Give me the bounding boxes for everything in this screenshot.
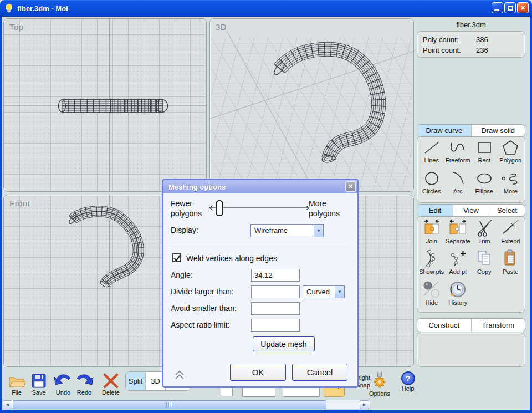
file-folder-icon [7,373,26,389]
poly-count-value: 386 [476,34,488,45]
minimize-icon [494,9,499,11]
divide-label: Divide larger than: [171,287,234,296]
angle-input[interactable] [251,269,300,282]
close-button[interactable]: × [517,2,529,13]
window-border-left [0,17,2,410]
scrollbar-thumb[interactable] [13,400,326,409]
tool-circles[interactable]: Circles [418,170,445,200]
tool-arc[interactable]: Arc [445,170,472,200]
viewport-3d[interactable]: 3D [209,18,414,192]
divide-unit-dropdown[interactable]: Curved ▼ [303,285,345,298]
display-label: Display: [171,226,198,234]
undo-arrow-icon [53,373,73,389]
cancel-button[interactable]: Cancel [292,364,347,381]
angle-label: Angle: [171,271,193,279]
tool-paste[interactable]: Paste [498,249,524,279]
slider-handle[interactable] [216,201,223,216]
draw-tabs: Draw curve Draw solid [417,124,525,137]
scroll-left-button[interactable]: ◀ [3,400,12,409]
display-dropdown-arrow-icon[interactable]: ▼ [314,225,323,237]
tool-show-pts[interactable]: Show pts [418,249,445,279]
save-button[interactable]: Save [28,373,50,396]
update-mesh-button[interactable]: Update mesh [253,336,315,351]
tool-separate[interactable]: Separate [445,218,472,249]
viewport-top-label: Top [9,22,24,32]
delete-x-icon [101,373,121,389]
tool-lines[interactable]: Lines [418,139,445,169]
history-clock-icon [448,280,468,299]
tool-ellipse[interactable]: Ellipse [471,170,498,200]
poly-count-label: Poly count: [423,34,476,45]
divide-unit-value: Curved [306,288,330,296]
redo-arrow-icon [74,373,94,389]
tab-draw-solid[interactable]: Draw solid [472,125,525,136]
help-question-icon: ? [401,371,415,385]
trim-scissors-icon [474,218,494,237]
tab-select[interactable]: Select [489,205,525,216]
collapse-chevron-icon[interactable] [174,370,185,380]
window-border-bottom [0,410,532,413]
window-titlebar[interactable]: fiber.3dm - MoI × [0,0,532,17]
weld-label: Weld vertices along edges [186,254,277,263]
ok-button[interactable]: OK [230,364,286,381]
options-button[interactable]: Options [364,370,396,397]
tool-extend[interactable]: Extend [498,218,524,249]
divide-dropdown-arrow-icon[interactable]: ▼ [335,286,344,298]
window-title: fiber.3dm - MoI [17,4,68,13]
tool-copy[interactable]: Copy [471,249,498,279]
viewport-3d-label: 3D [216,22,227,32]
maximize-button[interactable] [504,2,516,13]
point-count-label: Point count: [423,45,476,55]
undo-button[interactable]: Undo [52,373,74,396]
file-button[interactable]: File [6,373,28,396]
point-count-value: 236 [476,45,488,55]
viewport-top[interactable]: Top [3,18,207,192]
polygon-icon [500,139,520,156]
tool-join[interactable]: Join [418,218,445,249]
tool-trim[interactable]: Trim [471,218,498,249]
display-dropdown[interactable]: Wireframe ▼ [250,224,324,237]
dialog-titlebar[interactable]: Meshing options × [163,180,357,193]
tool-history[interactable]: History [445,280,472,310]
minimize-button[interactable] [492,2,503,13]
weld-checkbox[interactable] [172,253,181,262]
meshing-options-dialog: Meshing options × Fewer polygons More po… [162,179,359,388]
tool-add-pt[interactable]: Add pt [445,249,472,279]
dialog-close-button[interactable]: × [345,181,356,192]
aspect-input[interactable] [251,319,300,332]
help-button[interactable]: ? Help [397,371,419,392]
display-dropdown-value: Wireframe [254,226,288,234]
3d-wireframe-model [210,19,414,192]
separate-icon [447,218,468,237]
draw-palette: Lines Freeform Rect Polygon Circles Arc [417,136,525,203]
tab-split[interactable]: Split [126,372,146,390]
hide-icon [422,280,442,299]
tool-more[interactable]: More [498,170,524,200]
poly-count-row: Poly count: 386 [423,34,519,45]
tab-view[interactable]: View [453,205,489,216]
tool-hide[interactable]: Hide [418,280,445,310]
tool-polygon[interactable]: Polygon [498,139,524,169]
delete-button[interactable]: Delete [99,373,123,396]
divide-input[interactable] [251,285,300,298]
avoid-input[interactable] [251,302,300,315]
transform-button[interactable]: Transform [472,319,525,332]
document-filename: fiber.3dm [417,21,525,29]
ellipse-icon [474,170,494,187]
tab-draw-curve[interactable]: Draw curve [417,125,472,136]
polygon-density-slider[interactable] [207,200,313,219]
scroll-right-button[interactable]: ▶ [360,400,369,409]
edit-tabs: Edit View Select [417,204,525,217]
horizontal-scrollbar[interactable]: ◀ ▶ [2,400,370,410]
dialog-title: Meshing options [168,183,226,191]
save-floppy-icon [29,373,48,389]
redo-button[interactable]: Redo [73,373,95,396]
tool-rect[interactable]: Rect [471,139,498,169]
tab-edit[interactable]: Edit [417,205,453,216]
app-lightbulb-icon [4,3,14,14]
tool-freeform[interactable]: Freeform [445,139,472,169]
top-wireframe-model [4,19,207,192]
join-icon [421,218,442,237]
more-spiral-icon [500,170,520,187]
construct-button[interactable]: Construct [417,319,472,332]
